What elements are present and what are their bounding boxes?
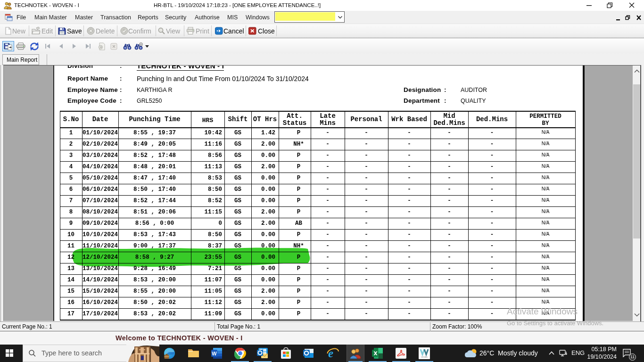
svg-text:W: W	[212, 351, 217, 356]
svg-text:WOVEN: WOVEN	[421, 356, 428, 358]
